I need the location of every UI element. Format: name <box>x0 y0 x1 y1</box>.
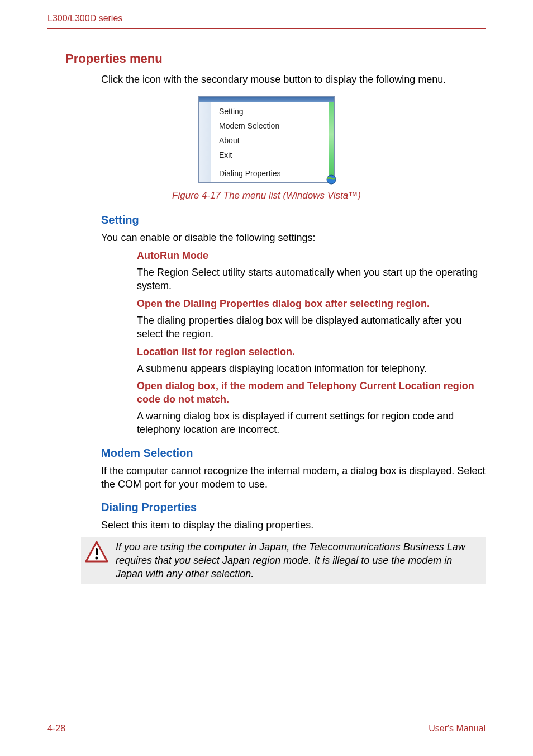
footer-rule <box>47 720 486 720</box>
heading-dialing-properties: Dialing Properties <box>101 501 486 514</box>
document-page: L300/L300D series Properties menu Click … <box>0 0 533 756</box>
sub-open-dialing-title: Open the Dialing Properties dialog box a… <box>137 297 486 310</box>
menu-item-dialing-properties[interactable]: Dialing Properties <box>211 166 329 181</box>
context-menu-titlebar <box>199 97 334 102</box>
heading-modem-selection: Modem Selection <box>101 447 486 460</box>
menu-item-exit[interactable]: Exit <box>211 148 329 162</box>
modem-selection-body: If the computer cannot recognize the int… <box>101 464 486 492</box>
warning-text: If you are using the computer in Japan, … <box>116 540 480 581</box>
menu-separator <box>213 164 326 164</box>
footer-row: 4-28 User's Manual <box>47 724 486 734</box>
figure-caption: Figure 4-17 The menu list (Windows Vista… <box>47 190 486 201</box>
context-menu-gutter <box>199 102 211 182</box>
header-rule <box>47 28 486 29</box>
footer-page-number: 4-28 <box>47 724 65 734</box>
setting-intro: You can enable or disable the following … <box>101 231 486 244</box>
heading-setting: Setting <box>101 214 486 226</box>
svg-rect-1 <box>96 548 98 555</box>
context-menu-items: Setting Modem Selection About Exit Diali… <box>211 102 329 182</box>
footer: 4-28 User's Manual <box>47 720 486 734</box>
sub-autorun-body: The Region Select utility starts automat… <box>137 266 486 293</box>
sub-autorun-title: AutoRun Mode <box>137 249 486 262</box>
figure-context-menu: Setting Modem Selection About Exit Diali… <box>47 96 486 185</box>
warning-callout: If you are using the computer in Japan, … <box>81 537 486 584</box>
sub-open-dialog-mismatch-title: Open dialog box, if the modem and Teleph… <box>137 380 486 406</box>
menu-item-modem-selection[interactable]: Modem Selection <box>211 119 329 133</box>
svg-point-2 <box>96 556 98 559</box>
dialing-properties-body: Select this item to display the dialing … <box>101 518 486 532</box>
header-series: L300/L300D series <box>47 13 486 28</box>
properties-menu-intro: Click the icon with the secondary mouse … <box>101 73 486 86</box>
sub-location-list-body: A submenu appears displaying location in… <box>137 362 486 375</box>
context-menu-body: Setting Modem Selection About Exit Diali… <box>199 102 334 182</box>
context-menu-rightstripe <box>329 102 334 182</box>
menu-item-about[interactable]: About <box>211 133 329 148</box>
tray-globe-icon <box>326 174 336 185</box>
sub-open-dialing-body: The dialing properties dialog box will b… <box>137 314 486 341</box>
sub-open-dialog-mismatch-body: A warning dialog box is displayed if cur… <box>137 409 486 437</box>
sub-location-list-title: Location list for region selection. <box>137 346 486 358</box>
menu-item-setting[interactable]: Setting <box>211 104 329 119</box>
heading-properties-menu: Properties menu <box>65 51 486 66</box>
context-menu: Setting Modem Selection About Exit Diali… <box>198 96 335 183</box>
warning-icon <box>84 540 109 565</box>
footer-manual-label: User's Manual <box>429 724 486 734</box>
